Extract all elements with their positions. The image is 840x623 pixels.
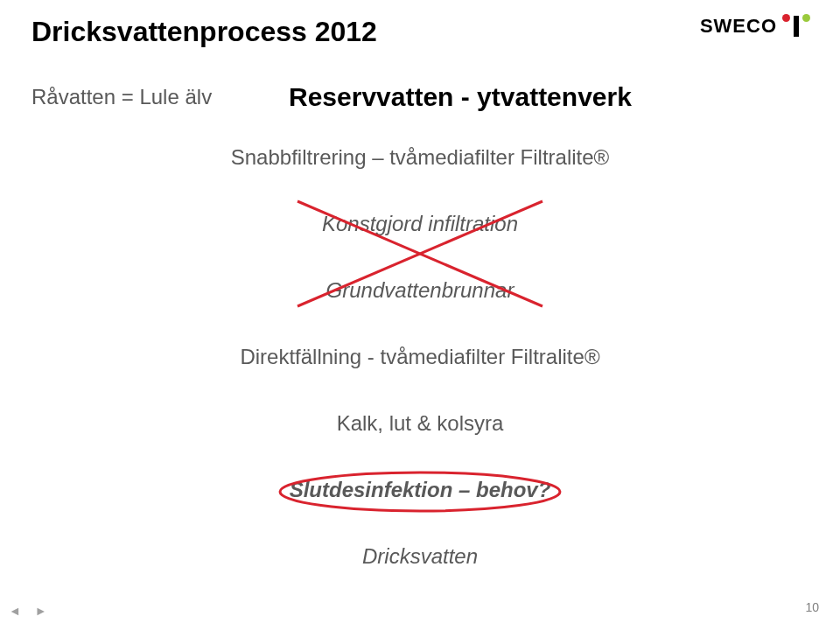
heading-reservvatten: Reservvatten - ytvattenverk	[289, 82, 632, 112]
page-title: Dricksvattenprocess 2012	[32, 16, 377, 48]
step-slutdesinfektion: Slutdesinfektion – behov?	[0, 478, 840, 502]
step-dricksvatten: Dricksvatten	[0, 544, 840, 569]
step-kalk: Kalk, lut & kolsyra	[0, 411, 840, 436]
logo: SWECO	[700, 14, 808, 38]
step-grundvatten: Grundvattenbrunnar	[0, 278, 840, 303]
slide: Dricksvattenprocess 2012 SWECO Råvatten …	[0, 0, 840, 623]
step-direktfallning: Direktfällning - tvåmediafilter Filtrali…	[0, 345, 840, 369]
slide-nav: ◄ ►	[9, 604, 47, 618]
next-slide-button[interactable]: ►	[35, 604, 47, 618]
step-snabbfiltrering: Snabbfiltrering – tvåmediafilter Filtral…	[0, 145, 840, 170]
subtitle-ravatten: Råvatten = Lule älv	[32, 85, 212, 109]
page-number: 10	[805, 600, 819, 614]
step-konstgjord: Konstgjord infiltration	[0, 212, 840, 236]
prev-slide-button[interactable]: ◄	[9, 604, 21, 618]
logo-text: SWECO	[700, 15, 777, 38]
sweco-logo-icon	[784, 14, 808, 38]
